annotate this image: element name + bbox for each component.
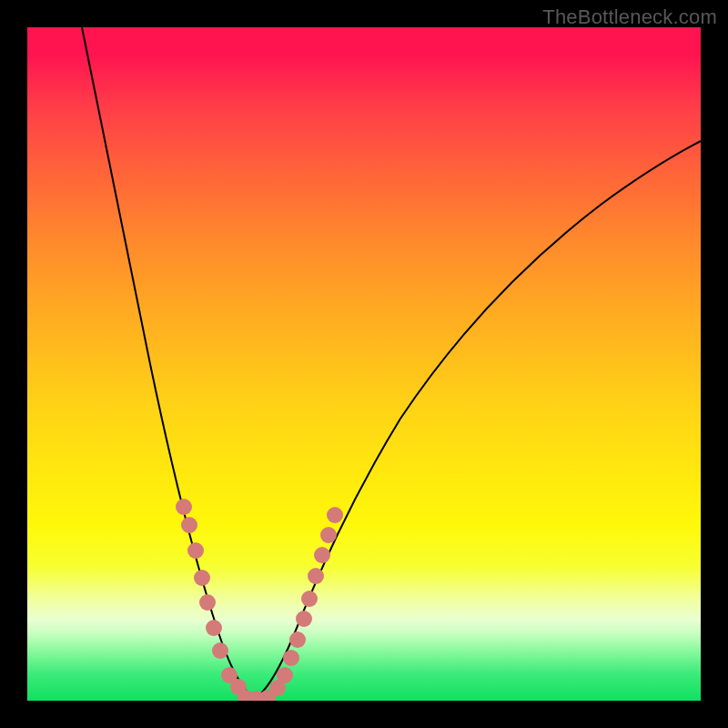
watermark-text: TheBottleneck.com [542,5,717,29]
dot [277,667,293,683]
dot [187,542,204,559]
dot [181,517,197,533]
left-branch-curve [82,27,255,699]
dot [194,570,210,586]
right-branch-curve [255,141,701,699]
curve-layer [27,27,701,701]
dot [212,642,228,659]
dot [314,547,330,563]
dot [320,527,337,543]
dot [176,499,192,515]
dot [301,591,318,607]
figure-frame: TheBottleneck.com [0,0,728,728]
dot [206,620,222,636]
dot [296,611,312,627]
dot [289,632,306,648]
dot [327,507,343,523]
dot [283,650,299,666]
dot [199,594,216,611]
plot-area [27,27,701,701]
data-dots [176,499,343,701]
dot [308,568,324,584]
